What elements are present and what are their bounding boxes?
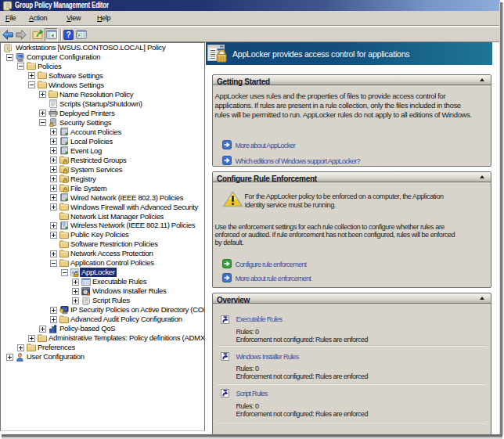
svg-text:?: ? [66,31,70,39]
